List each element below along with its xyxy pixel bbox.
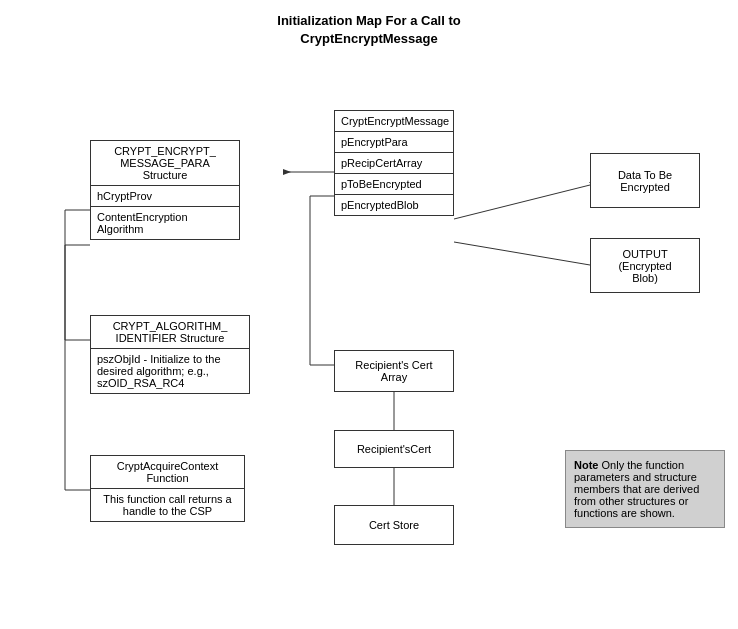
crypt-algorithm-box: CRYPT_ALGORITHM_ IDENTIFIER Structure ps…: [90, 315, 250, 394]
recipients-cert-box: Recipient'sCert: [334, 430, 454, 468]
recipients-cert-array-box: Recipient's Cert Array: [334, 350, 454, 392]
note-box: Note Only the function parameters and st…: [565, 450, 725, 528]
cert-store-label: Cert Store: [369, 519, 419, 531]
pRecipCertArray-row: pRecipCertArray: [335, 153, 453, 174]
recipients-cert-label: Recipient'sCert: [357, 443, 431, 455]
contentEncryption-row: ContentEncryption Algorithm: [91, 207, 239, 239]
crypt-encrypt-message-box: CryptEncryptMessage pEncryptPara pRecipC…: [334, 110, 454, 216]
pEncryptPara-row: pEncryptPara: [335, 132, 453, 153]
hCryptProv-row: hCryptProv: [91, 186, 239, 207]
svg-line-4: [454, 185, 590, 219]
crypt-acquire-desc-row: This function call returns a handle to t…: [91, 489, 244, 521]
crypt-encrypt-header: CryptEncryptMessage: [335, 111, 453, 132]
crypt-acquire-header: CryptAcquireContext Function: [91, 456, 244, 489]
diagram-container: Initialization Map For a Call to CryptEn…: [0, 0, 738, 629]
recipients-cert-array-label: Recipient's Cert Array: [343, 359, 445, 383]
output-box: OUTPUT (Encrypted Blob): [590, 238, 700, 293]
crypt-encrypt-para-header: CRYPT_ENCRYPT_ MESSAGE_PARA Structure: [91, 141, 239, 186]
svg-line-5: [454, 242, 590, 265]
pToBeEncrypted-row: pToBeEncrypted: [335, 174, 453, 195]
crypt-acquire-box: CryptAcquireContext Function This functi…: [90, 455, 245, 522]
data-to-encrypt-label: Data To Be Encrypted: [618, 169, 672, 193]
pszObjId-row: pszObjId - Initialize to the desired alg…: [91, 349, 249, 393]
crypt-encrypt-para-box: CRYPT_ENCRYPT_ MESSAGE_PARA Structure hC…: [90, 140, 240, 240]
diagram-title: Initialization Map For a Call to CryptEn…: [0, 0, 738, 48]
note-label: Note: [574, 459, 598, 471]
output-label: OUTPUT (Encrypted Blob): [618, 248, 671, 284]
data-to-encrypt-box: Data To Be Encrypted: [590, 153, 700, 208]
cert-store-box: Cert Store: [334, 505, 454, 545]
pEncryptedBlob-row: pEncryptedBlob: [335, 195, 453, 215]
crypt-algorithm-header: CRYPT_ALGORITHM_ IDENTIFIER Structure: [91, 316, 249, 349]
